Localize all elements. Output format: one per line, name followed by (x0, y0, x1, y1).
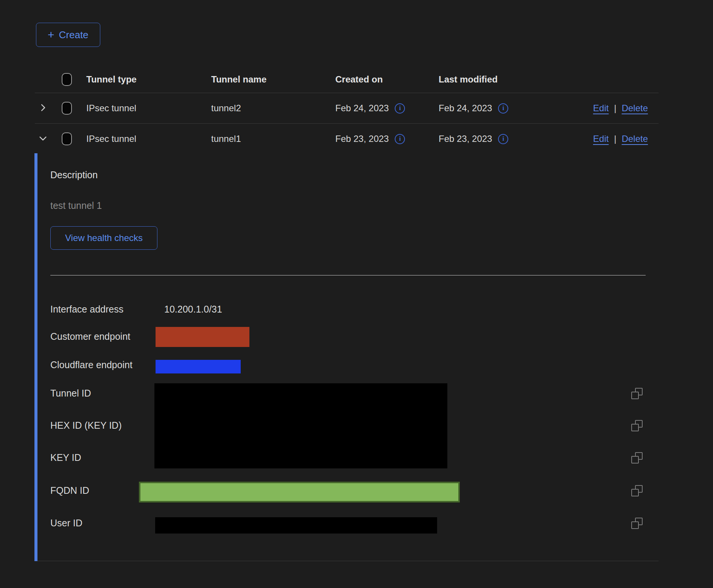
action-separator: | (614, 134, 616, 144)
fqdn-id-redaction (139, 482, 460, 502)
select-all-checkbox[interactable] (62, 73, 72, 86)
header-created-on: Created on (335, 74, 439, 85)
table-row-tunnel2: IPsec tunnel tunnel2 Feb 24, 2023 i Feb … (35, 93, 659, 124)
info-icon[interactable]: i (498, 103, 508, 114)
row-checkbox[interactable] (62, 102, 72, 115)
interface-address-label: Interface address (50, 304, 123, 315)
tunnels-page: + Create Tunnel type Tunnel name Created… (0, 0, 713, 588)
info-icon[interactable]: i (395, 134, 405, 144)
cloudflare-endpoint-label: Cloudflare endpoint (50, 359, 132, 370)
copy-fqdn-id-button[interactable] (631, 485, 643, 496)
plus-icon: + (48, 29, 54, 40)
user-id-label: User ID (50, 518, 83, 529)
create-button[interactable]: + Create (36, 23, 100, 47)
customer-endpoint-redaction (156, 327, 249, 347)
table-header-row: Tunnel type Tunnel name Created on Last … (35, 66, 659, 93)
header-tunnel-name: Tunnel name (211, 74, 335, 85)
delete-link[interactable]: Delete (622, 134, 648, 144)
chevron-down-icon (38, 133, 48, 145)
cell-created-on: Feb 23, 2023 (335, 134, 389, 144)
tunnels-table: Tunnel type Tunnel name Created on Last … (35, 66, 659, 154)
customer-endpoint-label: Customer endpoint (50, 331, 130, 342)
table-row-tunnel1: IPsec tunnel tunnel1 Feb 23, 2023 i Feb … (35, 124, 659, 154)
tunnel-id-label: Tunnel ID (50, 388, 91, 399)
panel-bottom-divider (37, 561, 659, 561)
info-icon[interactable]: i (498, 134, 508, 144)
cell-tunnel-name: tunnel2 (211, 103, 335, 114)
chevron-right-icon (38, 103, 48, 114)
cell-tunnel-name: tunnel1 (211, 134, 335, 144)
delete-link[interactable]: Delete (622, 103, 648, 114)
cloudflare-endpoint-redaction (156, 360, 241, 373)
collapse-row-button[interactable] (38, 133, 48, 145)
description-label: Description (50, 170, 98, 180)
copy-key-id-button[interactable] (631, 452, 643, 464)
expand-row-button[interactable] (38, 103, 48, 114)
expanded-row-indicator-bar (34, 153, 37, 561)
hex-id-label: HEX ID (KEY ID) (50, 420, 121, 431)
cell-last-modified: Feb 23, 2023 (439, 134, 492, 144)
cell-created-on: Feb 24, 2023 (335, 103, 389, 114)
edit-link[interactable]: Edit (593, 103, 609, 114)
action-separator: | (614, 103, 616, 114)
copy-tunnel-id-button[interactable] (631, 388, 643, 399)
description-value: test tunnel 1 (50, 200, 102, 211)
header-last-modified: Last modified (439, 74, 549, 85)
header-tunnel-type: Tunnel type (86, 74, 211, 85)
cell-last-modified: Feb 24, 2023 (439, 103, 492, 114)
info-icon[interactable]: i (395, 103, 405, 114)
tunnel-hex-key-ids-redaction (154, 383, 447, 468)
key-id-label: KEY ID (50, 452, 81, 463)
tunnel1-details-panel: Description test tunnel 1 View health ch… (34, 153, 659, 561)
create-button-label: Create (59, 29, 89, 41)
row-checkbox[interactable] (62, 132, 72, 145)
view-health-checks-button[interactable]: View health checks (50, 226, 157, 250)
section-divider (50, 275, 646, 275)
cell-tunnel-type: IPsec tunnel (86, 134, 211, 144)
cell-tunnel-type: IPsec tunnel (86, 103, 211, 114)
interface-address-value: 10.200.1.0/31 (164, 304, 222, 315)
copy-hex-id-button[interactable] (631, 420, 643, 431)
edit-link[interactable]: Edit (593, 134, 609, 144)
fqdn-id-label: FQDN ID (50, 485, 89, 496)
copy-user-id-button[interactable] (631, 518, 643, 529)
user-id-redaction (155, 517, 437, 534)
